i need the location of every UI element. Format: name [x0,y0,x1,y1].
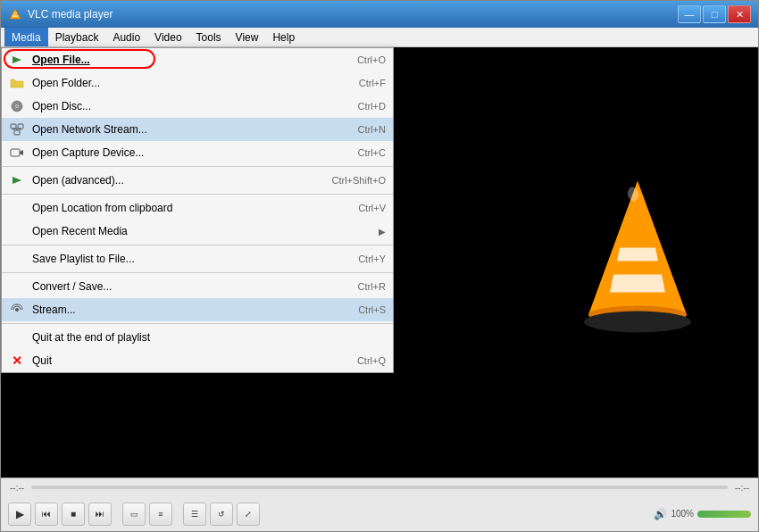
menu-item-tools[interactable]: Tools [189,28,229,46]
menu-open-advanced[interactable]: Open (advanced)... Ctrl+Shift+O [2,169,393,192]
menu-save-playlist[interactable]: Save Playlist to File... Ctrl+Y [2,247,393,270]
play-button[interactable]: ▶ [8,503,31,526]
svg-rect-14 [11,149,20,156]
random-button[interactable]: ⤢ [237,503,260,526]
separator-5 [2,323,393,324]
svg-marker-15 [20,150,23,155]
quit-playlist-icon [9,329,25,345]
open-folder-label: Open Folder... [32,77,352,89]
media-dropdown-menu: Open File... Ctrl+O Open Folder... Ctrl+… [1,47,394,373]
open-network-shortcut: Ctrl+N [358,124,386,135]
quit-playlist-label: Quit at the end of playlist [32,331,379,344]
playlist-button[interactable]: ☰ [183,503,206,526]
open-location-icon [9,200,25,216]
open-folder-shortcut: Ctrl+F [359,78,386,88]
svg-marker-20 [610,275,665,293]
svg-rect-8 [18,124,23,129]
save-playlist-icon [9,251,25,267]
svg-rect-2 [13,12,17,14]
quit-label: Quit [32,354,350,367]
open-capture-label: Open Capture Device... [32,146,351,159]
svg-rect-9 [14,130,20,135]
menu-item-playback[interactable]: Playback [48,28,106,46]
menu-item-view[interactable]: View [229,28,266,46]
menu-convert-save[interactable]: Convert / Save... Ctrl+R [2,275,393,298]
volume-bar[interactable] [697,511,751,518]
menu-item-audio[interactable]: Audio [105,28,147,46]
open-disc-shortcut: Ctrl+D [358,101,386,112]
separator-1 [2,166,393,167]
svg-point-22 [584,312,691,333]
prev-button[interactable]: ⏮ [35,503,58,526]
minimize-button[interactable]: — [678,5,701,23]
menu-quit[interactable]: ✕ Quit Ctrl+Q [2,349,393,372]
maximize-button[interactable]: □ [703,5,726,23]
volume-percent: 100% [671,509,694,519]
title-bar: VLC media player — □ ✕ [1,1,758,28]
title-bar-left: VLC media player [8,7,113,21]
convert-save-label: Convert / Save... [32,280,351,293]
open-advanced-shortcut: Ctrl+Shift+O [331,175,386,186]
loop-button[interactable]: ↺ [210,503,233,526]
svg-marker-3 [13,56,21,63]
menu-item-help[interactable]: Help [265,28,302,46]
volume-area: 🔊 100% [654,508,751,520]
next-button[interactable]: ⏭ [88,503,112,526]
vlc-cone-graphic [571,163,705,362]
menu-item-video[interactable]: Video [147,28,188,46]
menu-open-file[interactable]: Open File... Ctrl+O [2,48,393,71]
vlc-icon [8,7,22,21]
svg-rect-1 [13,15,18,17]
menu-item-media[interactable]: Media [4,28,48,46]
menu-open-recent[interactable]: Open Recent Media ▶ [2,220,393,243]
menu-open-network[interactable]: Open Network Stream... Ctrl+N [2,118,393,141]
open-recent-arrow: ▶ [379,227,386,237]
open-file-label: Open File... [32,54,350,66]
window-title: VLC media player [28,8,113,21]
quit-icon: ✕ [9,353,25,369]
open-file-icon [9,52,25,68]
svg-marker-16 [13,177,21,184]
convert-save-icon [9,278,25,295]
separator-2 [2,194,393,195]
separator-4 [2,272,393,273]
menu-stream[interactable]: Stream... Ctrl+S [2,298,393,321]
progress-track[interactable] [31,486,728,489]
open-recent-label: Open Recent Media [32,225,371,237]
stream-shortcut: Ctrl+S [358,304,386,315]
open-capture-icon [9,145,25,161]
save-playlist-label: Save Playlist to File... [32,253,351,265]
open-location-label: Open Location from clipboard [32,202,351,214]
open-advanced-icon [9,172,25,188]
menu-quit-playlist[interactable]: Quit at the end of playlist [2,326,393,349]
menu-open-folder[interactable]: Open Folder... Ctrl+F [2,71,393,95]
open-folder-icon [9,75,25,91]
separator-3 [2,245,393,245]
open-disc-label: Open Disc... [32,100,351,112]
progress-start: --:-- [10,483,24,493]
svg-point-6 [16,105,18,107]
menu-open-capture[interactable]: Open Capture Device... Ctrl+C [2,141,393,164]
buttons-area: ▶ ⏮ ■ ⏭ ▭ ≡ ☰ ↺ ⤢ 🔊 100% [1,496,758,531]
menu-bar: Media Playback Audio Video Tools View He… [1,28,758,47]
progress-end: --:-- [735,483,749,493]
open-advanced-label: Open (advanced)... [32,174,324,187]
stop-button[interactable]: ■ [62,503,85,526]
open-location-shortcut: Ctrl+V [358,203,386,213]
open-recent-icon [9,223,25,239]
eq-button[interactable]: ≡ [149,503,172,526]
vlc-window: VLC media player — □ ✕ Media Playback Au… [0,0,759,532]
menu-open-disc[interactable]: Open Disc... Ctrl+D [2,95,393,118]
menu-open-location[interactable]: Open Location from clipboard Ctrl+V [2,196,393,220]
save-playlist-shortcut: Ctrl+Y [358,254,386,264]
stream-icon [9,302,25,318]
volume-icon: 🔊 [654,508,667,520]
close-button[interactable]: ✕ [728,5,751,23]
open-file-shortcut: Ctrl+O [357,54,386,65]
title-bar-buttons: — □ ✕ [678,5,751,23]
open-capture-shortcut: Ctrl+C [358,147,386,158]
volume-fill [697,511,751,518]
progress-area: --:-- --:-- [1,478,758,496]
convert-save-shortcut: Ctrl+R [358,281,386,292]
frame-button[interactable]: ▭ [122,503,146,526]
